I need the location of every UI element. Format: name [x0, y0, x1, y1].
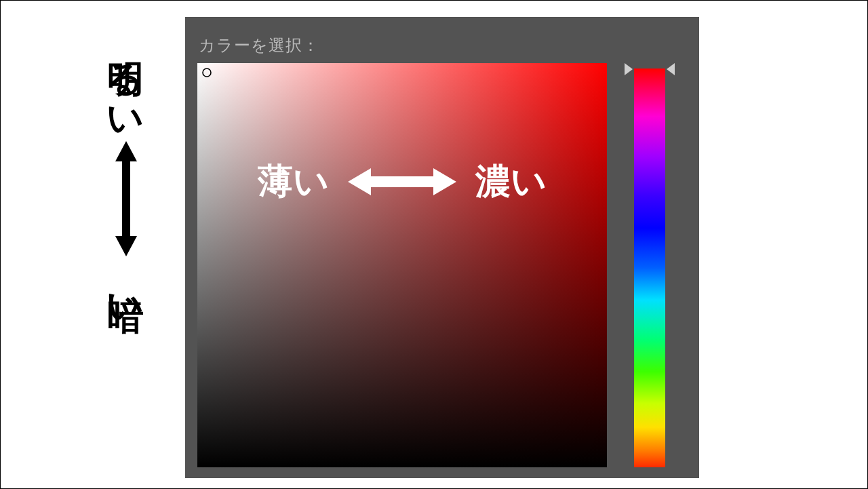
hue-slider[interactable] [634, 69, 665, 467]
saturation-brightness-field[interactable] [197, 63, 607, 467]
axis-label-dark: 暗い [108, 266, 144, 316]
picker-cursor-icon [201, 67, 212, 78]
vertical-axis: 明るい 暗い [106, 33, 146, 316]
hue-indicator-right-icon [667, 63, 675, 75]
svg-marker-0 [115, 141, 137, 256]
svg-point-1 [203, 69, 211, 77]
picker-title: カラーを選択： [199, 35, 319, 56]
vertical-double-arrow-icon [113, 141, 140, 256]
axis-label-bright: 明るい [108, 33, 144, 129]
color-picker-panel: カラーを選択： 薄い 濃い [185, 17, 699, 478]
hue-indicator-left-icon [625, 63, 633, 75]
diagram-frame: 明るい 暗い カラーを選択： 薄い 濃い [0, 0, 868, 489]
